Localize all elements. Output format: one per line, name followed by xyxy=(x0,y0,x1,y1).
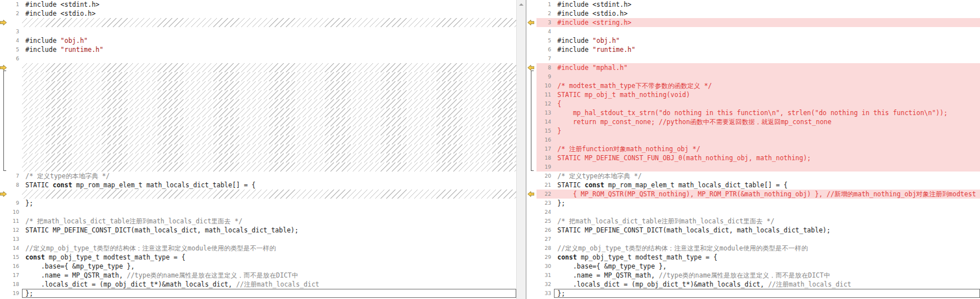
line-number: 14 xyxy=(8,244,22,253)
code-line[interactable] xyxy=(22,208,516,217)
code-line[interactable]: mp_hal_stdout_tx_strn("do nothing in thi… xyxy=(554,108,980,117)
code-line[interactable] xyxy=(554,72,980,81)
line-number: 32 xyxy=(536,280,554,289)
code-line[interactable]: { xyxy=(554,99,980,108)
code-line[interactable]: }; xyxy=(22,289,516,298)
code-line[interactable]: #include "runtime.h" xyxy=(554,45,980,54)
code-segment: .name = MP_QSTR_math, xyxy=(25,271,127,279)
code-line[interactable] xyxy=(554,27,980,36)
code-line[interactable]: #include "obj.h" xyxy=(554,36,980,45)
code-line[interactable]: }; xyxy=(554,199,980,208)
filler-row xyxy=(0,81,516,90)
code-line[interactable]: #include "mphal.h" xyxy=(554,63,980,72)
code-line[interactable] xyxy=(554,208,980,217)
line-number xyxy=(8,162,22,172)
code-line[interactable]: /* modtest_math_type下不带参数的函数定义 */ xyxy=(554,81,980,90)
code-line[interactable]: /* 定义type的本地字典 */ xyxy=(22,172,516,181)
code-line[interactable]: STATIC const mp_rom_map_elem_t math_loca… xyxy=(554,181,980,190)
gutter-margin xyxy=(0,18,8,27)
filler-row xyxy=(0,144,516,153)
code-line[interactable]: /* 把math_locals_dict_table注册到math_locals… xyxy=(22,217,516,226)
code-segment: }; xyxy=(25,199,33,207)
filler-row xyxy=(0,108,516,117)
line-number: 30 xyxy=(536,262,554,271)
added-line-row: 10/* modtest_math_type下不带参数的函数定义 */ xyxy=(526,81,980,90)
left-pane-scrollbar[interactable] xyxy=(516,0,526,299)
gutter-margin xyxy=(526,262,536,271)
code-line[interactable]: const mp_obj_type_t modtest_math_type = … xyxy=(22,253,516,262)
code-line[interactable]: STATIC MP_DEFINE_CONST_DICT(math_locals_… xyxy=(22,226,516,235)
code-line[interactable] xyxy=(22,54,516,63)
code-line[interactable]: #include "obj.h" xyxy=(22,36,516,45)
code-line[interactable] xyxy=(554,54,980,63)
code-segment: } xyxy=(557,127,561,135)
code-line[interactable]: /* 定义type的本地字典 */ xyxy=(554,172,980,181)
code-line[interactable]: }; xyxy=(22,199,516,208)
code-line[interactable]: return mp_const_none; //python函数中不需要返回数据… xyxy=(554,117,980,126)
added-line-row: 19 xyxy=(526,162,980,172)
gutter-margin xyxy=(526,190,536,199)
code-line[interactable]: .base={ &mp_type_type }, xyxy=(22,262,516,271)
code-line[interactable]: .base={ &mp_type_type }, xyxy=(554,262,980,271)
code-segment: }; xyxy=(557,289,565,297)
code-line-row: 27 xyxy=(526,235,980,244)
code-line[interactable]: } xyxy=(554,126,980,135)
scrollbar-up-button[interactable] xyxy=(517,0,526,9)
code-line[interactable]: /* 把math_locals_dict_table注册到math_locals… xyxy=(554,217,980,226)
line-number: 1 xyxy=(8,0,22,9)
code-segment: #include <stdio.h> xyxy=(25,10,96,17)
code-line-row: 20/* 定义type的本地字典 */ xyxy=(526,172,980,181)
merge-arrow-left-icon[interactable] xyxy=(527,20,534,25)
line-number: 3 xyxy=(536,18,554,27)
code-line[interactable] xyxy=(554,135,980,144)
code-line-row: 7 xyxy=(526,54,980,63)
gutter-margin xyxy=(0,117,8,126)
line-number xyxy=(8,153,22,162)
code-line[interactable]: { MP_ROM_QSTR(MP_QSTR_nothing), MP_ROM_P… xyxy=(554,190,980,199)
merge-arrow-right-icon[interactable] xyxy=(0,191,7,197)
code-line-row: 23}; xyxy=(526,199,980,208)
code-line[interactable]: #include "runtime.h" xyxy=(22,45,516,54)
filler-row xyxy=(0,18,516,27)
merge-arrow-left-icon[interactable] xyxy=(527,191,534,197)
code-line[interactable]: //定义mp_obj_type_t类型的结构体；注意这里和定义module使用的… xyxy=(554,244,980,253)
code-segment: /* 定义type的本地字典 */ xyxy=(25,172,110,180)
code-line[interactable]: #include <string.h> xyxy=(554,18,980,27)
code-line[interactable]: STATIC mp_obj_t math_nothing(void) xyxy=(554,90,980,99)
code-line[interactable]: const mp_obj_type_t modtest_math_type = … xyxy=(554,253,980,262)
code-line[interactable] xyxy=(554,235,980,244)
code-line[interactable]: //定义mp_obj_type_t类型的结构体；注意这里和定义module使用的… xyxy=(22,244,516,253)
code-segment: #include <string.h> xyxy=(557,19,632,27)
line-number: 20 xyxy=(536,172,554,181)
gutter-margin xyxy=(0,181,8,190)
gutter-margin xyxy=(0,226,8,235)
code-line[interactable]: #include <stdint.h> xyxy=(554,0,980,9)
merge-arrow-right-icon[interactable] xyxy=(0,20,7,25)
code-segment: STATIC mp_obj_t math_nothing(void) xyxy=(557,91,690,99)
code-line[interactable]: .locals_dict = (mp_obj_dict_t*)&math_loc… xyxy=(22,280,516,289)
code-line[interactable]: #include <stdint.h> xyxy=(22,0,516,9)
filler-row xyxy=(0,72,516,81)
code-line[interactable]: STATIC MP_DEFINE_CONST_FUN_OBJ_0(math_no… xyxy=(554,153,980,162)
gutter-margin xyxy=(526,27,536,36)
code-line[interactable]: #include <stdio.h> xyxy=(554,9,980,18)
line-number: 18 xyxy=(8,280,22,289)
code-line[interactable]: STATIC MP_DEFINE_CONST_DICT(math_locals_… xyxy=(554,226,980,235)
code-line[interactable]: #include <stdio.h> xyxy=(22,9,516,18)
code-line[interactable]: /* 注册function对象math_nothing_obj */ xyxy=(554,144,980,153)
code-line[interactable]: .locals_dict = (mp_obj_dict_t*)&math_loc… xyxy=(554,280,980,289)
line-number xyxy=(8,18,22,27)
merge-arrow-left-icon[interactable] xyxy=(527,65,534,71)
filler-row xyxy=(0,153,516,162)
code-line[interactable]: .name = MP_QSTR_math, //type类的name属性是放在这… xyxy=(554,271,980,280)
gutter-margin xyxy=(526,135,536,144)
code-line[interactable]: STATIC const mp_rom_map_elem_t math_loca… xyxy=(22,181,516,190)
code-line[interactable] xyxy=(22,235,516,244)
merge-arrow-right-icon[interactable] xyxy=(0,65,7,71)
code-line[interactable]: .name = MP_QSTR_math, //type类的name属性是放在这… xyxy=(22,271,516,280)
line-number: 9 xyxy=(536,72,554,81)
code-line[interactable]: }; xyxy=(554,289,980,298)
code-line[interactable] xyxy=(554,162,980,172)
code-line[interactable] xyxy=(22,27,516,36)
code-segment: "runtime.h" xyxy=(60,46,103,54)
